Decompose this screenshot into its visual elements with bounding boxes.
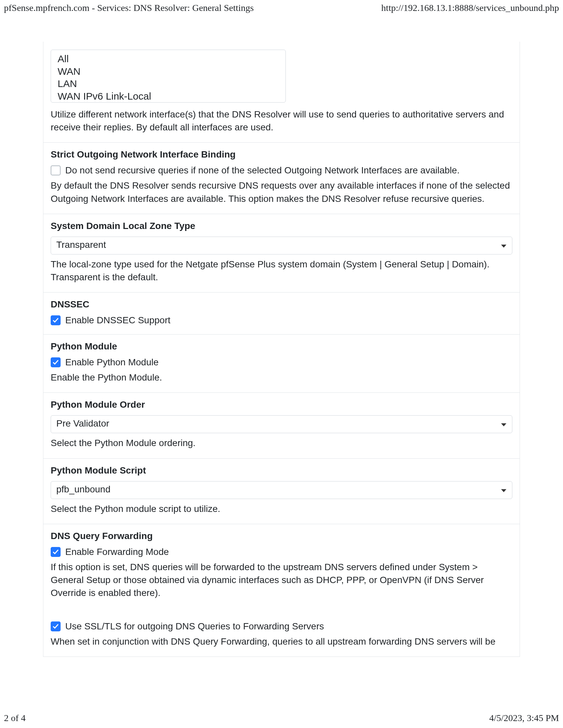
dns-forwarding-label: DNS Query Forwarding bbox=[51, 531, 512, 541]
python-module-help: Enable the Python Module. bbox=[51, 371, 512, 384]
page-number: 2 of 4 bbox=[4, 713, 25, 723]
python-module-checkbox[interactable] bbox=[51, 357, 61, 367]
local-zone-help: The local-zone type used for the Netgate… bbox=[51, 258, 512, 284]
dnssec-checkbox[interactable] bbox=[51, 315, 61, 325]
print-footer: 2 of 4 4/5/2023, 3:45 PM bbox=[4, 713, 559, 723]
python-script-select[interactable]: pfb_unbound bbox=[51, 481, 512, 499]
section-dnssec: DNSSEC Enable DNSSEC Support bbox=[43, 292, 520, 334]
section-outgoing-interfaces: All WAN LAN WAN IPv6 Link-Local LAN IPv6… bbox=[43, 42, 520, 142]
strict-binding-chk-label: Do not send recursive queries if none of… bbox=[65, 165, 460, 176]
print-header: pfSense.mpfrench.com - Services: DNS Res… bbox=[0, 0, 563, 15]
strict-binding-checkbox[interactable] bbox=[51, 165, 61, 175]
section-python-order: Python Module Order Pre Validator Select… bbox=[43, 392, 520, 458]
section-dns-forwarding: DNS Query Forwarding Enable Forwarding M… bbox=[43, 524, 520, 608]
list-item[interactable]: WAN IPv6 Link-Local bbox=[58, 90, 283, 103]
ssl-tls-help: When set in conjunction with DNS Query F… bbox=[51, 635, 512, 648]
python-module-label: Python Module bbox=[51, 341, 512, 352]
ssl-tls-chk-label: Use SSL/TLS for outgoing DNS Queries to … bbox=[65, 621, 324, 632]
list-item[interactable]: LAN bbox=[58, 77, 283, 90]
section-python-script: Python Module Script pfb_unbound Select … bbox=[43, 458, 520, 524]
section-python-module: Python Module Enable Python Module Enabl… bbox=[43, 334, 520, 392]
python-script-label: Python Module Script bbox=[51, 465, 512, 476]
outgoing-interfaces-select[interactable]: All WAN LAN WAN IPv6 Link-Local LAN IPv6… bbox=[51, 50, 286, 103]
list-item[interactable]: LAN IPv6 Link-Local bbox=[58, 102, 283, 103]
check-icon bbox=[52, 359, 59, 366]
dnssec-chk-label: Enable DNSSEC Support bbox=[65, 315, 170, 326]
python-order-label: Python Module Order bbox=[51, 399, 512, 410]
dns-forwarding-chk-label: Enable Forwarding Mode bbox=[65, 547, 169, 557]
check-icon bbox=[52, 623, 59, 630]
check-icon bbox=[52, 549, 59, 555]
strict-binding-help: By default the DNS Resolver sends recurs… bbox=[51, 179, 512, 205]
python-module-chk-label: Enable Python Module bbox=[65, 357, 159, 368]
python-order-select[interactable]: Pre Validator bbox=[51, 415, 512, 433]
list-item[interactable]: All bbox=[58, 53, 283, 65]
strict-binding-label: Strict Outgoing Network Interface Bindin… bbox=[51, 149, 512, 160]
python-order-help: Select the Python Module ordering. bbox=[51, 436, 512, 449]
dns-forwarding-checkbox[interactable] bbox=[51, 547, 61, 557]
outgoing-help: Utilize different network interface(s) t… bbox=[51, 108, 512, 134]
settings-panel: All WAN LAN WAN IPv6 Link-Local LAN IPv6… bbox=[43, 42, 520, 657]
ssl-tls-checkbox[interactable] bbox=[51, 621, 61, 631]
section-ssl-tls: Use SSL/TLS for outgoing DNS Queries to … bbox=[43, 608, 520, 657]
list-item[interactable]: WAN bbox=[58, 65, 283, 78]
check-icon bbox=[52, 317, 59, 324]
header-title: pfSense.mpfrench.com - Services: DNS Res… bbox=[4, 3, 254, 13]
local-zone-select[interactable]: Transparent bbox=[51, 237, 512, 254]
section-strict-binding: Strict Outgoing Network Interface Bindin… bbox=[43, 142, 520, 213]
python-script-help: Select the Python module script to utili… bbox=[51, 502, 512, 515]
dns-forwarding-help: If this option is set, DNS queries will … bbox=[51, 561, 512, 600]
local-zone-label: System Domain Local Zone Type bbox=[51, 221, 512, 231]
dnssec-label: DNSSEC bbox=[51, 299, 512, 310]
print-date: 4/5/2023, 3:45 PM bbox=[489, 713, 559, 723]
header-url: http://192.168.13.1:8888/services_unboun… bbox=[381, 3, 559, 13]
section-local-zone: System Domain Local Zone Type Transparen… bbox=[43, 214, 520, 292]
